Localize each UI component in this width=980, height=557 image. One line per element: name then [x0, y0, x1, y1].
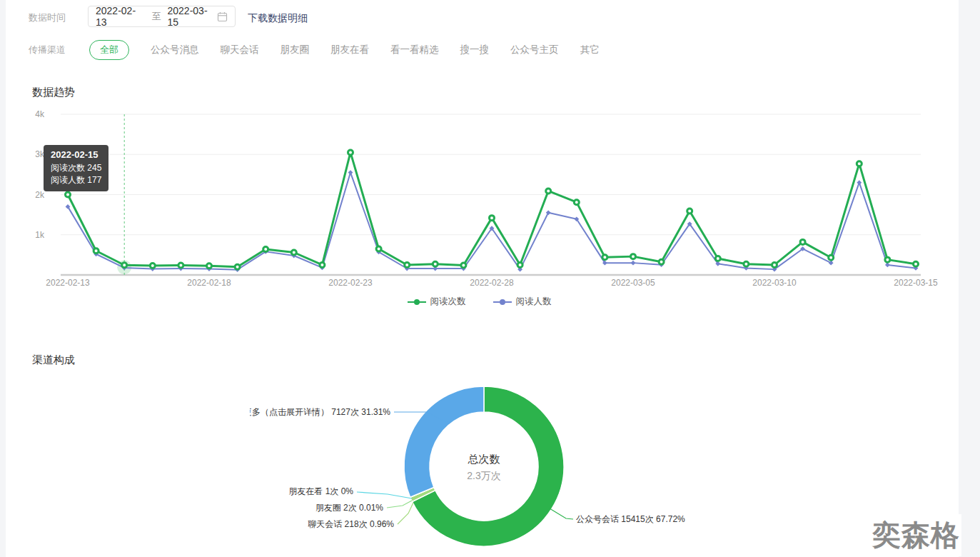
- channel-tab-朋友在看[interactable]: 朋友在看: [330, 44, 369, 56]
- donut-slice-更多（点击展开详情）[interactable]: [404, 386, 484, 497]
- trend-section-title: 数据趋势: [32, 86, 75, 99]
- legend-marker-green: [408, 298, 426, 306]
- donut-labels: 公众号会话 15415次 67.72%聊天会话 218次 0.96%朋友圈 2次…: [250, 407, 685, 529]
- svg-text:2022-02-18: 2022-02-18: [187, 278, 231, 288]
- donut-label-朋友在看: 朋友在看 1次 0%: [288, 486, 353, 496]
- date-range-label: 数据时间: [29, 7, 66, 29]
- watermark-text: 奕森格: [865, 514, 961, 556]
- svg-text:2022-03-05: 2022-03-05: [611, 278, 655, 288]
- composition-section-title: 渠道构成: [32, 353, 75, 367]
- download-data-link[interactable]: 下载数据明细: [248, 7, 308, 29]
- channel-tab-全部[interactable]: 全部: [89, 40, 129, 60]
- donut-label-更多（点击展开详情）[interactable]: 更多（点击展开详情） 7127次 31.31%: [250, 407, 390, 417]
- date-to-text: 至: [152, 10, 161, 23]
- channel-donut-chart: 公众号会话 15415次 67.72%聊天会话 218次 0.96%朋友圈 2次…: [250, 371, 735, 557]
- channel-tabs: 全部公众号消息聊天会话朋友圈朋友在看看一看精选搜一搜公众号主页其它: [89, 39, 600, 61]
- donut-label-公众号会话: 公众号会话 15415次 67.72%: [576, 514, 685, 524]
- svg-text:2022-02-13: 2022-02-13: [46, 278, 90, 288]
- legend-item-reads[interactable]: 阅读次数: [408, 296, 466, 308]
- grid-lines: 1k2k3k4k: [35, 109, 921, 275]
- svg-text:2022-03-15: 2022-03-15: [894, 278, 938, 288]
- donut-label-朋友圈: 朋友圈 2次 0.01%: [315, 503, 384, 513]
- donut-label-聊天会话: 聊天会话 218次 0.96%: [308, 519, 394, 529]
- x-axis-labels: 2022-02-132022-02-182022-02-232022-02-28…: [46, 278, 938, 288]
- channel-tab-搜一搜[interactable]: 搜一搜: [460, 44, 490, 56]
- label-leader-line: [550, 508, 573, 519]
- svg-text:2022-02-23: 2022-02-23: [328, 278, 373, 288]
- date-end-value[interactable]: 2022-03-15: [168, 5, 218, 28]
- channel-tab-朋友圈[interactable]: 朋友圈: [281, 44, 310, 56]
- channel-tab-聊天会话[interactable]: 聊天会话: [221, 44, 259, 56]
- date-range-picker[interactable]: 2022-02-13 至 2022-03-15: [88, 6, 236, 27]
- channel-tab-其它[interactable]: 其它: [580, 44, 600, 56]
- series-line-reads: [68, 152, 916, 266]
- label-leader-line: [357, 492, 412, 498]
- channel-tabs-label: 传播渠道: [29, 40, 66, 60]
- trend-line-chart: 1k2k3k4k2022-02-132022-02-182022-02-2320…: [0, 107, 959, 293]
- channel-tab-看一看精选[interactable]: 看一看精选: [390, 44, 439, 56]
- channel-tab-公众号主页[interactable]: 公众号主页: [510, 44, 559, 56]
- svg-text:2022-02-28: 2022-02-28: [470, 278, 514, 288]
- page-right-gutter: [959, 0, 980, 557]
- legend-label: 阅读次数: [430, 296, 466, 308]
- svg-text:2022-03-10: 2022-03-10: [752, 278, 797, 288]
- channel-tab-公众号消息[interactable]: 公众号消息: [151, 44, 199, 56]
- legend-item-readers[interactable]: 阅读人数: [493, 296, 552, 308]
- legend-label: 阅读人数: [516, 296, 552, 308]
- svg-text:3k: 3k: [35, 149, 45, 159]
- date-start-value[interactable]: 2022-02-13: [96, 5, 146, 28]
- svg-text:4k: 4k: [35, 109, 45, 119]
- svg-text:1k: 1k: [35, 230, 45, 240]
- svg-text:2k: 2k: [35, 190, 45, 200]
- calendar-icon[interactable]: [217, 11, 228, 22]
- donut-segments: [404, 386, 564, 546]
- trend-legend: 阅读次数 阅读人数: [0, 296, 959, 308]
- label-leader-line: [387, 501, 412, 508]
- legend-marker-blue: [493, 298, 512, 306]
